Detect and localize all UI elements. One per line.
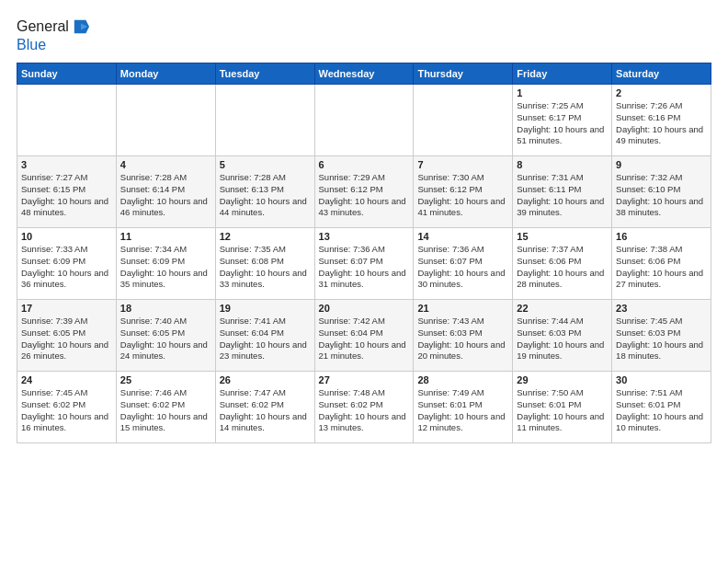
week-row-1: 1Sunrise: 7:25 AMSunset: 6:17 PMDaylight… bbox=[17, 85, 711, 156]
day-cell: 4Sunrise: 7:28 AMSunset: 6:14 PMDaylight… bbox=[116, 156, 215, 228]
day-cell: 5Sunrise: 7:28 AMSunset: 6:13 PMDaylight… bbox=[215, 156, 314, 228]
day-detail: Sunrise: 7:38 AMSunset: 6:06 PMDaylight:… bbox=[616, 244, 707, 291]
week-row-5: 24Sunrise: 7:45 AMSunset: 6:02 PMDayligh… bbox=[17, 372, 711, 443]
day-detail: Sunrise: 7:39 AMSunset: 6:05 PMDaylight:… bbox=[21, 316, 112, 362]
day-detail: Sunrise: 7:36 AMSunset: 6:07 PMDaylight:… bbox=[417, 244, 508, 291]
day-detail: Sunrise: 7:51 AMSunset: 6:01 PMDaylight:… bbox=[616, 387, 707, 434]
logo: GeneralBlue bbox=[17, 17, 89, 53]
day-detail: Sunrise: 7:34 AMSunset: 6:09 PMDaylight:… bbox=[120, 244, 211, 291]
day-number: 12 bbox=[220, 231, 311, 242]
day-number: 27 bbox=[319, 374, 410, 385]
day-cell bbox=[215, 85, 314, 156]
day-number: 3 bbox=[21, 159, 112, 170]
day-cell: 12Sunrise: 7:35 AMSunset: 6:08 PMDayligh… bbox=[215, 228, 314, 300]
day-cell: 20Sunrise: 7:42 AMSunset: 6:04 PMDayligh… bbox=[314, 300, 414, 372]
header: GeneralBlue bbox=[17, 17, 711, 53]
day-number: 25 bbox=[120, 374, 211, 385]
day-number: 2 bbox=[616, 87, 707, 98]
day-detail: Sunrise: 7:30 AMSunset: 6:12 PMDaylight:… bbox=[417, 172, 508, 219]
day-number: 11 bbox=[120, 231, 211, 242]
day-cell: 11Sunrise: 7:34 AMSunset: 6:09 PMDayligh… bbox=[116, 228, 215, 300]
day-cell: 25Sunrise: 7:46 AMSunset: 6:02 PMDayligh… bbox=[116, 372, 215, 443]
day-number: 7 bbox=[417, 159, 508, 170]
day-number: 5 bbox=[220, 159, 311, 170]
day-detail: Sunrise: 7:28 AMSunset: 6:14 PMDaylight:… bbox=[120, 172, 211, 219]
day-detail: Sunrise: 7:47 AMSunset: 6:02 PMDaylight:… bbox=[220, 387, 311, 434]
day-detail: Sunrise: 7:43 AMSunset: 6:03 PMDaylight:… bbox=[417, 316, 508, 362]
day-cell: 23Sunrise: 7:45 AMSunset: 6:03 PMDayligh… bbox=[612, 300, 711, 372]
day-number: 22 bbox=[517, 303, 608, 314]
day-cell: 22Sunrise: 7:44 AMSunset: 6:03 PMDayligh… bbox=[513, 300, 612, 372]
weekday-header-row: SundayMondayTuesdayWednesdayThursdayFrid… bbox=[17, 63, 711, 85]
day-detail: Sunrise: 7:33 AMSunset: 6:09 PMDaylight:… bbox=[21, 244, 112, 291]
day-cell: 9Sunrise: 7:32 AMSunset: 6:10 PMDaylight… bbox=[612, 156, 711, 228]
day-number: 6 bbox=[319, 159, 410, 170]
weekday-header-thursday: Thursday bbox=[414, 63, 513, 85]
week-row-4: 17Sunrise: 7:39 AMSunset: 6:05 PMDayligh… bbox=[17, 300, 711, 372]
weekday-header-friday: Friday bbox=[513, 63, 612, 85]
weekday-header-saturday: Saturday bbox=[612, 63, 711, 85]
day-cell: 7Sunrise: 7:30 AMSunset: 6:12 PMDaylight… bbox=[414, 156, 513, 228]
day-cell: 8Sunrise: 7:31 AMSunset: 6:11 PMDaylight… bbox=[513, 156, 612, 228]
day-detail: Sunrise: 7:28 AMSunset: 6:13 PMDaylight:… bbox=[220, 172, 311, 219]
day-cell: 28Sunrise: 7:49 AMSunset: 6:01 PMDayligh… bbox=[414, 372, 513, 443]
day-cell: 27Sunrise: 7:48 AMSunset: 6:02 PMDayligh… bbox=[314, 372, 414, 443]
day-cell: 15Sunrise: 7:37 AMSunset: 6:06 PMDayligh… bbox=[513, 228, 612, 300]
day-number: 26 bbox=[220, 374, 311, 385]
day-cell: 21Sunrise: 7:43 AMSunset: 6:03 PMDayligh… bbox=[414, 300, 513, 372]
day-number: 15 bbox=[517, 231, 608, 242]
day-cell: 18Sunrise: 7:40 AMSunset: 6:05 PMDayligh… bbox=[116, 300, 215, 372]
page: GeneralBlue SundayMondayTuesdayWednesday… bbox=[0, 0, 728, 563]
day-detail: Sunrise: 7:42 AMSunset: 6:04 PMDaylight:… bbox=[319, 316, 410, 362]
day-number: 29 bbox=[517, 374, 608, 385]
day-number: 4 bbox=[120, 159, 211, 170]
day-detail: Sunrise: 7:37 AMSunset: 6:06 PMDaylight:… bbox=[517, 244, 608, 291]
day-number: 23 bbox=[616, 303, 707, 314]
day-number: 28 bbox=[417, 374, 508, 385]
day-number: 21 bbox=[417, 303, 508, 314]
day-detail: Sunrise: 7:31 AMSunset: 6:11 PMDaylight:… bbox=[517, 172, 608, 219]
day-detail: Sunrise: 7:25 AMSunset: 6:17 PMDaylight:… bbox=[517, 100, 608, 147]
day-cell: 6Sunrise: 7:29 AMSunset: 6:12 PMDaylight… bbox=[314, 156, 414, 228]
day-number: 8 bbox=[517, 159, 608, 170]
day-detail: Sunrise: 7:45 AMSunset: 6:03 PMDaylight:… bbox=[616, 316, 707, 362]
day-number: 18 bbox=[120, 303, 211, 314]
day-detail: Sunrise: 7:48 AMSunset: 6:02 PMDaylight:… bbox=[319, 387, 410, 434]
day-detail: Sunrise: 7:40 AMSunset: 6:05 PMDaylight:… bbox=[120, 316, 211, 362]
day-cell: 14Sunrise: 7:36 AMSunset: 6:07 PMDayligh… bbox=[414, 228, 513, 300]
weekday-header-monday: Monday bbox=[116, 63, 215, 85]
day-cell bbox=[414, 85, 513, 156]
day-cell: 16Sunrise: 7:38 AMSunset: 6:06 PMDayligh… bbox=[612, 228, 711, 300]
day-detail: Sunrise: 7:27 AMSunset: 6:15 PMDaylight:… bbox=[21, 172, 112, 219]
day-detail: Sunrise: 7:45 AMSunset: 6:02 PMDaylight:… bbox=[21, 387, 112, 434]
day-detail: Sunrise: 7:32 AMSunset: 6:10 PMDaylight:… bbox=[616, 172, 707, 219]
day-cell: 24Sunrise: 7:45 AMSunset: 6:02 PMDayligh… bbox=[17, 372, 117, 443]
day-number: 30 bbox=[616, 374, 707, 385]
day-cell: 29Sunrise: 7:50 AMSunset: 6:01 PMDayligh… bbox=[513, 372, 612, 443]
day-number: 17 bbox=[21, 303, 112, 314]
week-row-2: 3Sunrise: 7:27 AMSunset: 6:15 PMDaylight… bbox=[17, 156, 711, 228]
day-number: 10 bbox=[21, 231, 112, 242]
weekday-header-sunday: Sunday bbox=[17, 63, 117, 85]
day-detail: Sunrise: 7:36 AMSunset: 6:07 PMDaylight:… bbox=[319, 244, 410, 291]
day-detail: Sunrise: 7:29 AMSunset: 6:12 PMDaylight:… bbox=[319, 172, 410, 219]
calendar: SundayMondayTuesdayWednesdayThursdayFrid… bbox=[17, 63, 711, 443]
day-cell: 10Sunrise: 7:33 AMSunset: 6:09 PMDayligh… bbox=[17, 228, 117, 300]
day-detail: Sunrise: 7:46 AMSunset: 6:02 PMDaylight:… bbox=[120, 387, 211, 434]
day-number: 19 bbox=[220, 303, 311, 314]
day-detail: Sunrise: 7:50 AMSunset: 6:01 PMDaylight:… bbox=[517, 387, 608, 434]
day-detail: Sunrise: 7:35 AMSunset: 6:08 PMDaylight:… bbox=[220, 244, 311, 291]
day-cell: 3Sunrise: 7:27 AMSunset: 6:15 PMDaylight… bbox=[17, 156, 117, 228]
logo-icon bbox=[73, 17, 89, 37]
day-number: 24 bbox=[21, 374, 112, 385]
week-row-3: 10Sunrise: 7:33 AMSunset: 6:09 PMDayligh… bbox=[17, 228, 711, 300]
weekday-header-tuesday: Tuesday bbox=[215, 63, 314, 85]
day-number: 16 bbox=[616, 231, 707, 242]
day-cell: 17Sunrise: 7:39 AMSunset: 6:05 PMDayligh… bbox=[17, 300, 117, 372]
day-cell: 13Sunrise: 7:36 AMSunset: 6:07 PMDayligh… bbox=[314, 228, 414, 300]
logo-blue: Blue bbox=[17, 37, 46, 53]
day-cell: 19Sunrise: 7:41 AMSunset: 6:04 PMDayligh… bbox=[215, 300, 314, 372]
day-cell: 2Sunrise: 7:26 AMSunset: 6:16 PMDaylight… bbox=[612, 85, 711, 156]
day-cell: 1Sunrise: 7:25 AMSunset: 6:17 PMDaylight… bbox=[513, 85, 612, 156]
day-detail: Sunrise: 7:49 AMSunset: 6:01 PMDaylight:… bbox=[417, 387, 508, 434]
